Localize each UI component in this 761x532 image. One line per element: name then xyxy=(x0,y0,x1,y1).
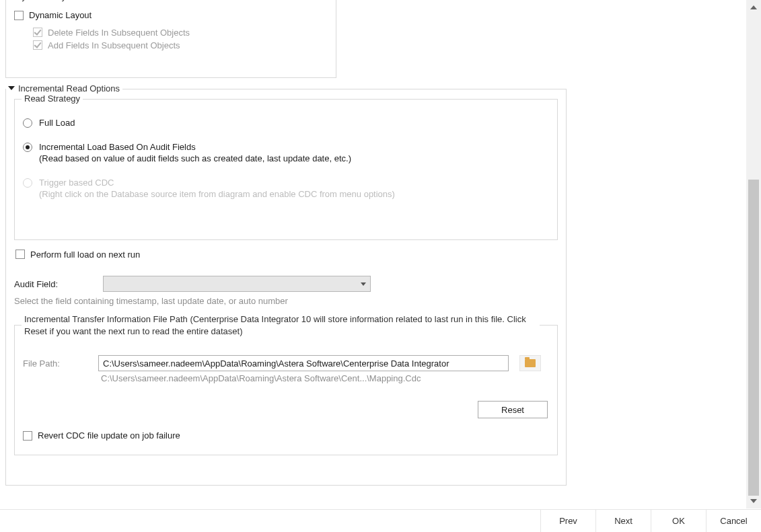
ok-button[interactable]: OK xyxy=(651,510,706,532)
reset-button[interactable]: Reset xyxy=(478,401,548,418)
perform-full-load-label: Perform full load on next run xyxy=(30,250,140,260)
cancel-button[interactable]: Cancel xyxy=(706,510,761,532)
read-strategy-legend: Read Strategy xyxy=(22,93,83,104)
file-path-row: File Path: xyxy=(23,355,549,371)
revert-cdc-label: Revert CDC file update on job failure xyxy=(38,430,180,441)
delete-fields-checkbox-input xyxy=(33,28,42,37)
folder-icon xyxy=(525,359,536,367)
file-path-resolved: C:\Users\sameer.nadeem\AppData\Roaming\A… xyxy=(101,373,549,383)
scroll-thumb[interactable] xyxy=(748,180,759,496)
incremental-load-radio-row[interactable]: Incremental Load Based On Audit Fields (… xyxy=(23,141,549,165)
perform-full-load-checkbox[interactable]: Perform full load on next run xyxy=(15,250,140,260)
revert-cdc-checkbox[interactable]: Revert CDC file update on job failure xyxy=(23,430,180,441)
revert-cdc-checkbox-input[interactable] xyxy=(23,431,32,441)
add-fields-checkbox: Add Fields In Subsequent Objects xyxy=(33,40,328,50)
dynamic-layout-group: Dynamic Layout Dynamic Layout Delete Fie… xyxy=(5,0,336,78)
file-path-input[interactable] xyxy=(98,355,509,371)
incremental-section-toggle[interactable]: Incremental Read Options xyxy=(6,83,122,93)
dialog-root: Dynamic Layout Dynamic Layout Delete Fie… xyxy=(0,0,761,532)
delete-fields-label: Delete Fields In Subsequent Objects xyxy=(48,28,190,38)
chevron-down-icon xyxy=(361,282,366,286)
wizard-button-bar: Prev Next OK Cancel xyxy=(0,509,761,532)
incremental-load-radio[interactable] xyxy=(23,143,32,152)
audit-field-combo-button[interactable] xyxy=(357,276,370,291)
full-load-label: Full Load xyxy=(39,117,75,129)
prev-button[interactable]: Prev xyxy=(540,510,595,532)
file-info-legend: Incremental Transfer Information File Pa… xyxy=(22,313,540,337)
collapse-icon xyxy=(8,86,15,90)
browse-button[interactable] xyxy=(519,355,541,371)
incremental-load-title: Incremental Load Based On Audit Fields xyxy=(39,142,196,152)
incremental-legend: Incremental Read Options xyxy=(18,83,120,93)
scroll-track[interactable] xyxy=(746,15,761,494)
perform-full-load-checkbox-input[interactable] xyxy=(15,250,25,259)
scroll-up-arrow-icon[interactable] xyxy=(746,0,761,15)
audit-field-combo[interactable] xyxy=(103,276,371,292)
trigger-cdc-radio xyxy=(23,178,32,188)
audit-field-label: Audit Field: xyxy=(14,279,88,289)
dynamic-layout-checkbox-label: Dynamic Layout xyxy=(29,10,92,20)
dynamic-layout-legend: Dynamic Layout xyxy=(13,0,81,1)
audit-field-hint: Select the field containing timestamp, l… xyxy=(14,296,558,306)
dynamic-layout-checkbox-input[interactable] xyxy=(14,11,24,20)
trigger-cdc-sub: (Right click on the Database source item… xyxy=(39,188,395,200)
full-load-radio-row[interactable]: Full Load xyxy=(23,117,549,129)
add-fields-checkbox-input xyxy=(33,40,42,50)
read-strategy-group: Read Strategy Full Load Incremental Load… xyxy=(14,99,558,240)
trigger-cdc-radio-row: Trigger based CDC (Right click on the Da… xyxy=(23,177,549,200)
incremental-load-label: Incremental Load Based On Audit Fields (… xyxy=(39,141,351,165)
trigger-cdc-label: Trigger based CDC (Right click on the Da… xyxy=(39,177,395,200)
incremental-load-sub: (Read based on value of audit fields suc… xyxy=(39,153,351,165)
next-button[interactable]: Next xyxy=(595,510,651,532)
trigger-cdc-title: Trigger based CDC xyxy=(39,178,114,188)
add-fields-label: Add Fields In Subsequent Objects xyxy=(48,40,180,50)
vertical-scrollbar[interactable] xyxy=(746,0,761,508)
full-load-radio[interactable] xyxy=(23,118,32,128)
file-path-label: File Path: xyxy=(23,358,87,369)
incremental-read-options-group: Incremental Read Options Read Strategy F… xyxy=(5,89,567,486)
dynamic-layout-checkbox[interactable]: Dynamic Layout xyxy=(14,10,92,20)
scroll-area: Dynamic Layout Dynamic Layout Delete Fie… xyxy=(0,0,746,508)
scroll-down-arrow-icon[interactable] xyxy=(746,494,761,508)
delete-fields-checkbox: Delete Fields In Subsequent Objects xyxy=(33,28,328,38)
audit-field-row: Audit Field: xyxy=(14,276,558,292)
file-info-group: Incremental Transfer Information File Pa… xyxy=(14,325,558,455)
